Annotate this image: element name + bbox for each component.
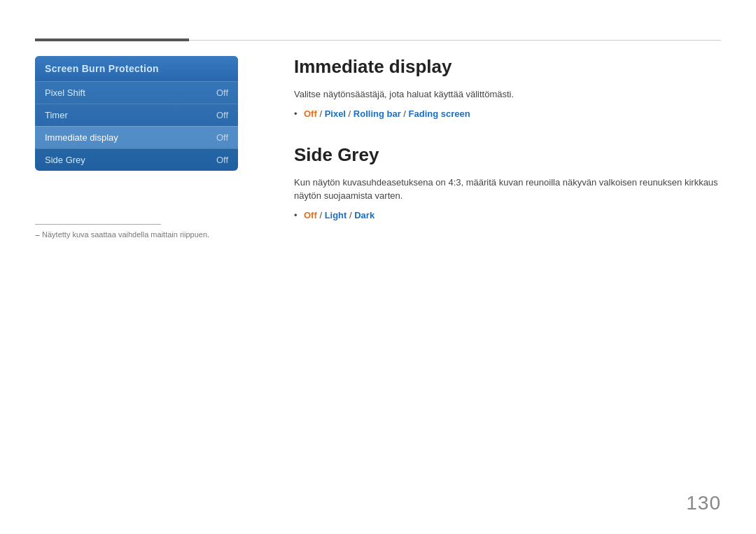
- opt-slash2: /: [346, 108, 354, 119]
- menu-card: Screen Burn Protection Pixel Shift Off T…: [35, 56, 238, 171]
- opt-side-grey-slash2: /: [346, 210, 354, 220]
- opt-pixel: Pixel: [325, 108, 346, 119]
- section-immediate-display-options: Off / Pixel / Rolling bar / Fading scree…: [294, 108, 721, 119]
- opt-rollingbar: Rolling bar: [354, 108, 401, 119]
- menu-item-timer[interactable]: Timer Off: [35, 104, 238, 126]
- footnote-divider: [35, 224, 161, 225]
- opt-dark: Dark: [354, 210, 374, 220]
- left-panel: Screen Burn Protection Pixel Shift Off T…: [35, 56, 238, 171]
- footnote-area: ‒ Näytetty kuva saattaa vaihdella maitta…: [35, 224, 238, 239]
- section-immediate-display-title: Immediate display: [294, 56, 721, 78]
- footnote-text: ‒ Näytetty kuva saattaa vaihdella maitta…: [35, 230, 238, 239]
- top-line-light: [189, 40, 721, 41]
- immediate-display-option: Off / Pixel / Rolling bar / Fading scree…: [304, 108, 721, 119]
- page-number: 130: [686, 492, 721, 514]
- menu-item-pixel-shift-value: Off: [216, 87, 228, 98]
- menu-item-timer-value: Off: [216, 110, 228, 120]
- opt-fadingscreen: Fading screen: [409, 108, 470, 119]
- menu-item-side-grey-value: Off: [216, 155, 228, 165]
- right-content: Immediate display Valitse näytönsäästäjä…: [294, 56, 721, 246]
- menu-item-side-grey-label: Side Grey: [45, 155, 85, 165]
- menu-item-timer-label: Timer: [45, 110, 68, 120]
- section-side-grey-title: Side Grey: [294, 144, 721, 166]
- menu-item-side-grey[interactable]: Side Grey Off: [35, 148, 238, 171]
- section-side-grey: Side Grey Kun näytön kuvasuhdeasetuksena…: [294, 144, 721, 220]
- section-immediate-display: Immediate display Valitse näytönsäästäjä…: [294, 56, 721, 119]
- side-grey-option: Off / Light / Dark: [304, 210, 721, 220]
- opt-side-grey-slash1: /: [317, 210, 325, 220]
- section-immediate-display-desc: Valitse näytönsäästäjä, jota haluat käyt…: [294, 87, 721, 101]
- top-decorative-lines: [0, 38, 756, 41]
- opt-light: Light: [325, 210, 347, 220]
- menu-item-immediate-display-label: Immediate display: [45, 132, 118, 143]
- top-line-dark: [35, 38, 189, 41]
- opt-side-grey-off: Off: [304, 210, 317, 220]
- menu-card-header: Screen Burn Protection: [35, 56, 238, 81]
- menu-item-immediate-display[interactable]: Immediate display Off: [35, 126, 238, 148]
- section-side-grey-options: Off / Light / Dark: [294, 210, 721, 220]
- opt-off: Off: [304, 108, 317, 119]
- opt-slash1: /: [317, 108, 325, 119]
- menu-item-pixel-shift[interactable]: Pixel Shift Off: [35, 81, 238, 104]
- menu-item-pixel-shift-label: Pixel Shift: [45, 87, 85, 98]
- section-side-grey-desc: Kun näytön kuvasuhdeasetuksena on 4:3, m…: [294, 176, 721, 203]
- opt-slash3: /: [401, 108, 409, 119]
- menu-item-immediate-display-value: Off: [216, 132, 228, 143]
